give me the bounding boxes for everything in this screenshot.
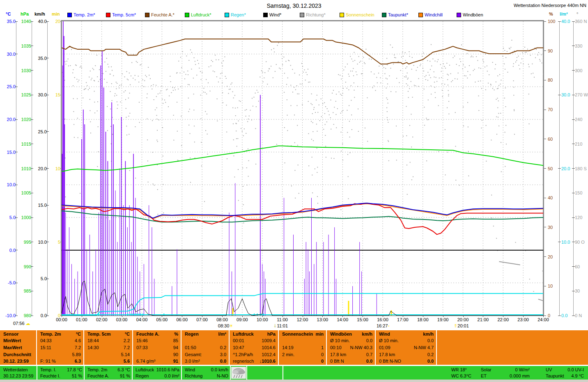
direction-dot [152,120,153,121]
direction-dot [307,74,308,75]
statusbar-cell-row: Regen0.0 l/m² [134,373,180,379]
direction-dot [211,60,212,61]
direction-dot [375,90,376,91]
direction-dot [513,63,514,64]
direction-dot [435,92,436,93]
direction-dot [298,165,299,165]
direction-dot [188,84,188,85]
status-value: 0.000 mm [510,373,530,379]
direction-dot [244,128,245,129]
direction-dot [147,160,148,161]
direction-dot [217,98,218,99]
cell-value: 5.14 [121,351,130,358]
direction-dot [505,125,506,126]
direction-dot [400,70,401,71]
direction-dot [447,152,448,153]
sun-icon: ☀ [229,323,233,328]
event-annotation: ⇓11:01 [273,323,288,329]
direction-dot [120,101,121,102]
event-time: 20:01 [457,323,469,328]
cell-value: 0.0 [366,337,372,344]
legend-swatch-icon [225,13,229,17]
table-cell: 01:09N-NW 4.7 [376,344,436,351]
x-tick-label: 05:00 [153,317,171,322]
direction-dot [131,75,131,76]
direction-dot [224,56,225,57]
direction-dot [498,101,499,101]
direction-dot [291,185,292,186]
direction-dot [510,48,510,49]
direction-dot [255,164,256,165]
direction-dot [274,52,275,53]
direction-dot [158,119,159,120]
direction-dot [489,74,489,75]
statusbar-cell-row: UV0.0 UV-I [544,367,585,373]
direction-dot [462,87,463,88]
direction-dot [297,145,298,146]
direction-dot [496,82,496,82]
direction-dot [527,49,528,50]
direction-dot [409,51,409,52]
direction-dot [405,52,406,53]
direction-dot [178,89,179,89]
statusbar-cell-row: Solar0 W/m² [479,367,531,373]
series-wind [62,281,543,316]
cell-label: 00:10 [330,344,342,351]
pressure-axis-tick-label: 1030 [15,68,31,73]
x-tick-label: 15:00 [354,317,372,322]
direction-dot [242,131,243,132]
x-tick [443,316,443,317]
pressure-axis-tick-label: 985 [15,288,31,293]
direction-dot [90,99,90,100]
direction-dot [386,58,387,59]
direction-dot [448,96,449,96]
direction-dot [347,64,348,64]
table-cell [181,337,229,344]
wind-axis-tick-label: 5.0 [30,276,47,281]
direction-dot [394,55,395,55]
plot-svg [62,21,543,316]
direction-dot [390,68,391,69]
rain-cloud-icon [231,367,246,379]
direction-dot [462,69,463,69]
direction-dot [427,80,428,81]
direction-dot [444,84,445,85]
event-annotation: 16:27▫ [377,323,389,328]
direction-dot [448,85,448,85]
direction-dot [74,124,74,125]
direction-dot [406,106,407,107]
direction-dot [477,60,478,61]
direction-dot [81,67,82,68]
direction-dot [467,53,468,54]
direction-dot [478,110,479,111]
direction-dot [317,172,317,173]
direction-dot [493,226,494,226]
direction-dot [281,54,282,55]
cell-label: 2 min. [282,351,294,358]
direction-dot [97,110,98,111]
status-label: Wetterdaten [3,367,28,373]
direction-dot [177,72,177,73]
direction-dot [505,106,506,107]
direction-dot [271,49,272,50]
direction-dot [103,73,103,74]
cell-value: N-NW 4.7 [414,344,434,351]
direction-dot [333,124,334,125]
direction-dot [523,64,524,64]
direction-dot [242,149,243,150]
direction-dot [396,78,397,79]
temp-axis-tick-label: 20.0 [0,117,16,122]
direction-axis-tick [572,95,575,95]
table-cell: Ø 10 min.0.0 [376,337,436,344]
direction-dot [173,115,174,116]
direction-dot [111,83,112,84]
direction-dot [428,119,429,120]
direction-axis-tick-label: 270 W [575,92,588,97]
direction-dot [221,62,222,63]
direction-dot [166,89,167,90]
x-tick-label: 11:00 [273,317,292,322]
direction-dot [117,101,117,102]
direction-dot [412,137,413,137]
direction-dot [530,55,531,56]
direction-dot [65,197,66,197]
